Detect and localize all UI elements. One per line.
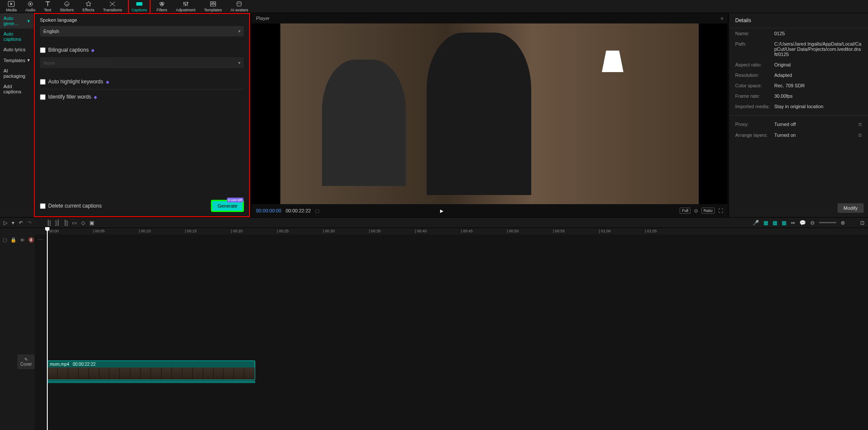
- tab-text[interactable]: Text: [42, 0, 54, 13]
- subtab-auto-captions[interactable]: Auto captions: [0, 29, 33, 44]
- tab-captions[interactable]: Captions: [128, 0, 151, 14]
- tab-audio[interactable]: Audio: [23, 0, 38, 13]
- track-toggle-1-icon[interactable]: ▢: [3, 237, 7, 243]
- marker-icon[interactable]: ◇: [81, 220, 85, 226]
- teal-tool-1-icon[interactable]: ▦: [763, 220, 768, 226]
- generate-uses-badge: 0 use left: [227, 198, 243, 202]
- player-menu-icon[interactable]: ≡: [721, 16, 723, 21]
- track-mute-icon[interactable]: 🔇: [28, 237, 34, 243]
- teal-tool-2-icon[interactable]: ▦: [773, 220, 777, 226]
- subtab-add-captions[interactable]: Add captions: [0, 81, 33, 97]
- ruler-tick: | 00:35: [369, 229, 381, 233]
- ruler-tick: | 00:40: [415, 229, 427, 233]
- zoom-out-icon[interactable]: ⊖: [810, 220, 815, 226]
- link-icon[interactable]: ⧉: [858, 132, 862, 138]
- snap-icon[interactable]: ⇔: [791, 220, 795, 226]
- compare-icon[interactable]: ▢: [315, 208, 319, 214]
- link-icon[interactable]: ⧉: [858, 122, 862, 127]
- timeline-left-controls: ▢ 🔒 👁 🔇 ⋯ ✎ Cover: [0, 235, 35, 430]
- detail-path-value: C:/Users/Jared Ingalls/AppData/Local/Cap…: [774, 41, 862, 57]
- bilingual-captions-label: Bilingual captions: [48, 47, 89, 53]
- crop-icon[interactable]: ▭: [72, 220, 77, 226]
- split-left-icon[interactable]: ]⎮: [55, 220, 59, 226]
- tab-filters[interactable]: Filters: [154, 0, 170, 13]
- subtab-templates[interactable]: Templates▾: [0, 55, 33, 66]
- chevron-down-icon: ▾: [27, 57, 30, 63]
- svg-point-2: [30, 3, 31, 5]
- split-icon[interactable]: ⎮[: [47, 220, 51, 226]
- ruler-tick: | 01:00: [599, 229, 611, 233]
- chat-icon[interactable]: 💬: [799, 220, 806, 226]
- playhead[interactable]: [47, 228, 48, 430]
- tab-adjustment[interactable]: Adjustment: [173, 0, 198, 13]
- transitions-icon: [109, 1, 116, 7]
- fullscreen-icon[interactable]: ⛶: [718, 208, 723, 213]
- ruler-tick: | 00:05: [93, 229, 105, 233]
- ruler-tick: | 00:45: [461, 229, 473, 233]
- subtab-auto-generate[interactable]: Auto gene...▾: [0, 13, 33, 29]
- video-preview[interactable]: [252, 23, 727, 204]
- teal-tool-3-icon[interactable]: ▦: [782, 220, 786, 226]
- spoken-language-label: Spoken language: [40, 17, 244, 23]
- fit-icon[interactable]: ⊡: [860, 220, 865, 226]
- tab-effects[interactable]: Effects: [80, 0, 97, 13]
- ruler-tick: | 00:30: [323, 229, 335, 233]
- zoom-slider[interactable]: [819, 222, 836, 223]
- detail-colorspace-key: Color space:: [735, 83, 774, 88]
- svg-rect-11: [210, 2, 213, 3]
- detail-framerate-key: Frame rate:: [735, 93, 774, 99]
- subtab-auto-lyrics[interactable]: Auto lyrics: [0, 44, 33, 55]
- highlight-keywords-checkbox[interactable]: [40, 79, 46, 85]
- tab-stickers[interactable]: Stickers: [57, 0, 76, 13]
- identify-filler-checkbox[interactable]: [40, 94, 46, 100]
- generate-button[interactable]: 0 use left Generate: [211, 200, 244, 212]
- video-clip[interactable]: mom.mp4 00:00:22:22: [47, 361, 255, 380]
- spoken-language-select[interactable]: English: [40, 26, 244, 36]
- detail-proxy-value: Turned off: [774, 122, 858, 127]
- modify-button[interactable]: Modify: [838, 203, 864, 213]
- clip-filename: mom.mp4: [50, 362, 69, 367]
- track-lock-icon[interactable]: 🔒: [10, 237, 16, 243]
- audio-waveform[interactable]: [47, 380, 255, 383]
- redo-icon[interactable]: ↷: [27, 220, 32, 226]
- detail-aspect-key: Aspect ratio:: [735, 62, 774, 67]
- captions-icon: [136, 1, 143, 7]
- mic-icon[interactable]: 🎤: [753, 220, 759, 226]
- detail-path-key: Path:: [735, 41, 774, 57]
- undo-icon[interactable]: ↶: [19, 220, 23, 226]
- zoom-in-icon[interactable]: ⊕: [841, 220, 845, 226]
- feedback-icon[interactable]: ▣: [89, 220, 94, 226]
- detail-framerate-value: 30.00fps: [774, 93, 862, 99]
- full-button[interactable]: Full: [680, 208, 690, 214]
- tab-templates[interactable]: Templates: [201, 0, 224, 13]
- detail-resolution-value: Adapted: [774, 73, 862, 78]
- stickers-icon: [63, 1, 70, 7]
- subtab-ai-packaging[interactable]: AI packaging: [0, 66, 33, 81]
- svg-rect-14: [237, 2, 241, 6]
- gem-icon: ◆: [94, 95, 97, 99]
- svg-point-16: [240, 3, 240, 4]
- select-tool-icon[interactable]: ▷: [3, 220, 7, 226]
- tab-media[interactable]: Media: [3, 0, 20, 13]
- tab-ai-avatars[interactable]: AI avatars: [228, 0, 251, 13]
- bilingual-captions-checkbox[interactable]: [40, 47, 46, 53]
- svg-point-8: [183, 2, 184, 3]
- detail-name-value: 0125: [774, 31, 862, 36]
- svg-point-10: [187, 2, 188, 3]
- timeline-tracks[interactable]: mom.mp4 00:00:22:22: [35, 235, 868, 430]
- svg-point-15: [238, 3, 239, 4]
- text-icon: [44, 1, 51, 7]
- tab-transitions[interactable]: Transitions: [100, 0, 125, 13]
- scale-icon[interactable]: ⊙: [694, 208, 698, 214]
- templates-icon: [210, 1, 217, 7]
- identify-filler-label: Identify filler words: [48, 94, 91, 100]
- delete-captions-checkbox[interactable]: [40, 203, 46, 209]
- ratio-button[interactable]: Ratio: [701, 208, 715, 214]
- cover-button[interactable]: ✎ Cover: [17, 354, 35, 369]
- play-button[interactable]: ▶: [440, 208, 444, 213]
- adjustment-icon: [182, 1, 189, 7]
- dropdown-icon[interactable]: ▾: [12, 220, 14, 226]
- timeline-ruler[interactable]: | 00:00| 00:05| 00:10| 00:15| 00:20| 00:…: [0, 228, 868, 235]
- track-eye-icon[interactable]: 👁: [20, 238, 25, 243]
- split-right-icon[interactable]: ⎮]: [64, 220, 68, 226]
